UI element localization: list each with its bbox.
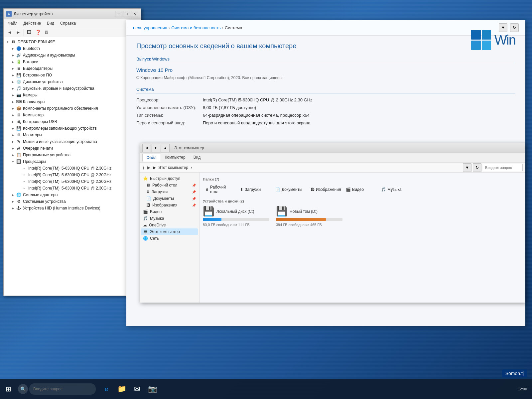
sound-expand[interactable]: ▶	[10, 86, 16, 91]
folder-documents[interactable]: 📄 Документы	[273, 184, 307, 195]
address-this-computer[interactable]: Этот компьютер	[158, 165, 188, 170]
sidebar-downloads[interactable]: ⬇ Загрузки 📌	[141, 189, 198, 195]
folder-desktop[interactable]: 🖥 Рабочий стол	[203, 184, 236, 195]
sidebar-documents[interactable]: 📄 Документы 📌	[141, 195, 198, 202]
folder-music-icon: 🎵	[381, 187, 386, 192]
sysdev-expand[interactable]: ▶	[10, 199, 16, 204]
minimize-button[interactable]: ─	[115, 11, 122, 17]
taskbar-camera-icon[interactable]: 📷	[145, 382, 160, 396]
audio-expand[interactable]: ▶	[10, 53, 16, 58]
sidebar-this-computer[interactable]: 💻 Этот компьютер	[141, 228, 198, 235]
cpu-expand[interactable]: ▼	[10, 159, 16, 164]
tree-processors[interactable]: ▼ 🔲 Процессоры	[4, 158, 141, 165]
tree-cpu-2[interactable]: ▶ ▪ Intel(R) Core(TM) i5-6300HQ CPU @ 2.…	[4, 178, 141, 185]
root-expand[interactable]: ▼	[5, 39, 10, 45]
menu-help[interactable]: Справка	[58, 20, 78, 26]
tree-bluetooth[interactable]: ▶ 🔵 Bluetooth	[4, 45, 141, 52]
drive-c[interactable]: 💾 Локальный диск (C:) 80,0 ГБ свободно и…	[203, 206, 269, 227]
hid-expand[interactable]: ▶	[10, 205, 16, 211]
menu-file[interactable]: Файл	[5, 20, 20, 26]
back-button[interactable]: ◄	[6, 28, 14, 36]
taskbar-ie-icon[interactable]: e	[99, 382, 114, 396]
breadcrumb-security[interactable]: Система и безопасность	[171, 25, 221, 30]
sidebar-onedrive[interactable]: ☁ OneDrive	[141, 222, 198, 228]
menu-view[interactable]: Вид	[44, 20, 57, 26]
firmware-expand[interactable]: ▶	[10, 72, 16, 78]
tree-usb[interactable]: ▶ 🔌 Контроллеры USB	[4, 118, 141, 125]
tree-software-components[interactable]: ▶ 📦 Компоненты программного обеспечения	[4, 105, 141, 112]
menu-action[interactable]: Действие	[21, 20, 44, 26]
tree-audio[interactable]: ▶ 🔊 Аудиовходы и аудиовыходы	[4, 52, 141, 59]
storage-expand[interactable]: ▶	[10, 126, 16, 131]
explorer-search-input[interactable]	[483, 164, 523, 171]
computer-expand[interactable]: ▶	[10, 112, 16, 118]
folder-music[interactable]: 🎵 Музыка	[379, 184, 412, 195]
tree-batteries[interactable]: ▶ 🔋 Батареи	[4, 59, 141, 65]
sidebar-desktop[interactable]: 🖥 Рабочий стол 📌	[141, 182, 198, 189]
address-dropdown[interactable]: ▼	[463, 163, 471, 172]
monitors-expand[interactable]: ▶	[10, 132, 16, 138]
taskbar-mail-icon[interactable]: ✉	[130, 382, 144, 396]
cameras-expand[interactable]: ▶	[10, 92, 16, 98]
keyboards-expand[interactable]: ▶	[10, 99, 16, 104]
video-expand[interactable]: ▶	[10, 66, 16, 71]
device-manager-window: ⚙ Диспетчер устройств ─ □ ✕ Файл Действи…	[3, 8, 141, 296]
tree-disks[interactable]: ▶ 💿 Дисковые устройства	[4, 78, 141, 85]
folder-downloads[interactable]: ⬇ Загрузки	[238, 184, 271, 195]
close-button[interactable]: ✕	[131, 11, 138, 17]
tree-cpu-0[interactable]: ▶ ▪ Intel(R) Core(TM) i5-6300HQ CPU @ 2.…	[4, 165, 141, 172]
folder-videos[interactable]: 🎬 Видео	[344, 184, 377, 195]
sidebar-quick-access[interactable]: ⭐ Быстрый доступ	[141, 175, 198, 182]
explorer-window: ◄ ► ▲ Этот компьютер Файл Компьютер Вид …	[140, 143, 525, 303]
sw-comp-expand[interactable]: ▶	[10, 106, 16, 111]
disks-expand[interactable]: ▶	[10, 79, 16, 84]
tree-videoadapters[interactable]: ▶ 🖥 Видеоадаптеры	[4, 65, 141, 72]
bluetooth-expand[interactable]: ▶	[10, 46, 16, 51]
network-expand[interactable]: ▶	[10, 192, 16, 198]
usb-expand[interactable]: ▶	[10, 119, 16, 124]
sidebar-pictures[interactable]: 🖼 Изображения 📌	[141, 202, 198, 208]
tree-monitors[interactable]: ▶ 🖥 Мониторы	[4, 132, 141, 138]
tree-hid[interactable]: ▶ 🕹 Устройства HID (Human Interface Devi…	[4, 205, 141, 211]
tree-cameras[interactable]: ▶ 📷 Камеры	[4, 92, 141, 98]
explorer-tab-computer[interactable]: Компьютер	[161, 154, 190, 162]
taskbar-explorer-icon[interactable]: 📁	[114, 382, 129, 396]
tree-print-queues[interactable]: ▶ 🖨 Очереди печати	[4, 145, 141, 152]
explorer-forward-btn[interactable]: ►	[152, 144, 160, 152]
explorer-up-btn[interactable]: ▲	[161, 144, 170, 152]
scan-button[interactable]: 🖥	[43, 28, 51, 36]
tree-sound[interactable]: ▶ 🎵 Звуковые, игровые и видеоустройства	[4, 85, 141, 92]
print-expand[interactable]: ▶	[10, 146, 16, 151]
address-refresh[interactable]: ↻	[473, 163, 481, 172]
start-button[interactable]: ⊞	[0, 379, 17, 399]
batteries-expand[interactable]: ▶	[10, 59, 16, 65]
forward-button[interactable]: ►	[14, 28, 22, 36]
tree-storage-controllers[interactable]: ▶ 💾 Контроллеры запоминающих устройств	[4, 125, 141, 132]
breadcrumb-control-panel[interactable]: нель управления	[133, 25, 167, 30]
tree-network[interactable]: ▶ 🌐 Сетевые адаптеры	[4, 192, 141, 198]
mice-expand[interactable]: ▶	[10, 139, 16, 144]
taskbar-search-input[interactable]	[29, 383, 96, 395]
tree-keyboards[interactable]: ▶ ⌨ Клавиатуры	[4, 98, 141, 105]
tree-cpu-3[interactable]: ▶ ▪ Intel(R) Core(TM) i5-6300HQ CPU @ 2.…	[4, 185, 141, 192]
search-circle-button[interactable]: 🔍	[18, 384, 28, 394]
explorer-back-btn[interactable]: ◄	[142, 144, 151, 152]
tree-cpu-1[interactable]: ▶ ▪ Intel(R) Core(TM) i5-6300HQ CPU @ 2.…	[4, 172, 141, 178]
swdev-expand[interactable]: ▶	[10, 152, 16, 158]
properties-button[interactable]: 🔲	[25, 28, 33, 36]
drive-d[interactable]: 💾 Новый том (D:) 394 ГБ свободно из 465 …	[276, 206, 342, 227]
tree-root[interactable]: ▼ 🖥 DESKTOP-E9NL49E	[4, 39, 141, 45]
help-button[interactable]: ❓	[34, 28, 42, 36]
folder-pictures[interactable]: 🖼 Изображения	[309, 184, 342, 195]
tree-system-devices[interactable]: ▶ ⚙ Системные устройства	[4, 198, 141, 205]
sidebar-network[interactable]: 🌐 Сеть	[141, 235, 198, 242]
tree-computer[interactable]: ▶ 🖥 Компьютер	[4, 112, 141, 118]
restore-button[interactable]: □	[123, 11, 130, 17]
explorer-tab-file[interactable]: Файл	[142, 154, 161, 162]
sidebar-music[interactable]: 🎵 Музыка	[141, 215, 198, 222]
tree-software-devices[interactable]: ▶ 📋 Программные устройства	[4, 152, 141, 158]
explorer-tab-view[interactable]: Вид	[190, 154, 205, 162]
tree-mice[interactable]: ▶ 🖱 Мыши и иные указывающие устройства	[4, 138, 141, 145]
tree-firmware[interactable]: ▶ 💾 Встроенное ПО	[4, 72, 141, 78]
sidebar-videos[interactable]: 🎬 Видео	[141, 208, 198, 215]
